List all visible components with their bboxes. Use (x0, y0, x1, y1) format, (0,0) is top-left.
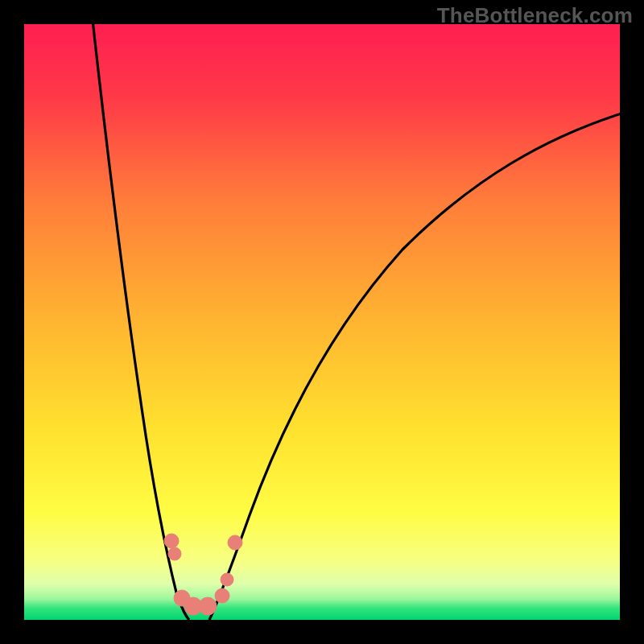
watermark-text: TheBottleneck.com (437, 3, 633, 28)
marker-7 (221, 573, 233, 586)
marker-6 (215, 588, 229, 603)
data-markers (164, 534, 242, 615)
plot-area (24, 24, 620, 620)
marker-5 (199, 597, 217, 615)
marker-1 (164, 534, 179, 548)
marker-8 (228, 535, 242, 550)
curve-right (209, 113, 620, 620)
chart-frame: TheBottleneck.com (0, 0, 644, 644)
curve-left (93, 24, 189, 620)
marker-2 (168, 547, 181, 560)
curve-layer (24, 24, 620, 620)
